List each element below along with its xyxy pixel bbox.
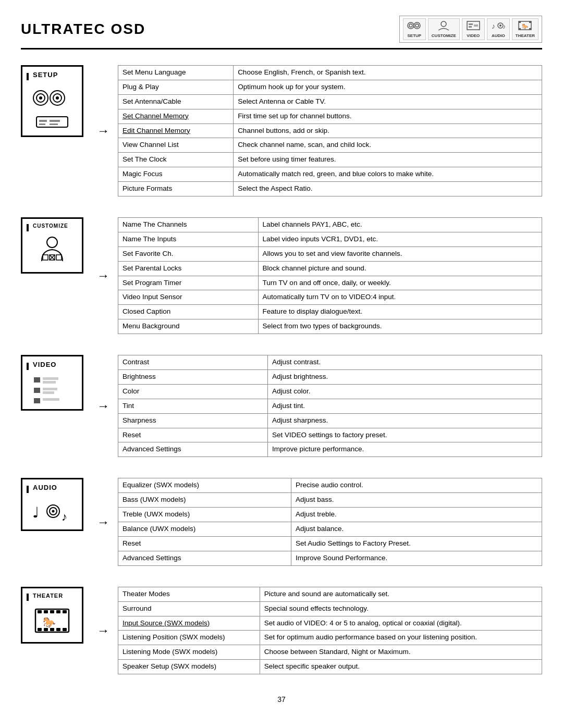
table-row: Set The ClockSet before using timer feat… (118, 153, 542, 167)
audio-label-bar (27, 486, 29, 493)
audio-section: AUDIO ♩ ♪ → Equalizer (SWX models)Precis… (21, 478, 542, 565)
setup-icon (407, 20, 422, 32)
table-row: Set Favorite Ch.Allows you to set and vi… (118, 246, 542, 261)
menu-item-desc: Block channel picture and sound. (258, 261, 542, 276)
audio-icon-box: AUDIO ♩ ♪ (21, 478, 83, 531)
table-row: Picture FormatsSelect the Aspect Ratio. (118, 182, 542, 196)
menu-item-name: Advanced Settings (118, 442, 268, 457)
nav-customize[interactable]: CUSTOMIZE (428, 18, 460, 40)
menu-item-name: Bass (UWX models) (118, 493, 291, 508)
menu-item-desc: Adjust color. (267, 384, 542, 399)
table-row: Video Input SensorAutomatically turn TV … (118, 290, 542, 305)
menu-item-desc: Picture and sound are automatically set. (260, 587, 542, 601)
svg-point-0 (408, 22, 414, 29)
table-row: Set Program TimerTurn TV on and off once… (118, 276, 542, 290)
customize-person (31, 235, 73, 268)
nav-customize-label: CUSTOMIZE (432, 33, 456, 38)
svg-point-1 (409, 24, 412, 27)
menu-item-name: Theater Modes (118, 587, 260, 601)
theater-section: THEATER (21, 587, 542, 674)
svg-rect-43 (43, 398, 59, 401)
page-number: 37 (21, 695, 542, 704)
svg-rect-14 (519, 21, 521, 23)
theater-arrow: → (97, 623, 109, 638)
setup-table: Set Menu LanguageChoose English, French,… (118, 65, 542, 196)
table-row: Set Antenna/CableSelect Antenna or Cable… (118, 94, 542, 109)
menu-item-name: Name The Channels (118, 218, 259, 232)
menu-item-name: Set The Clock (118, 153, 234, 167)
menu-item-name: Brightness (118, 370, 268, 385)
menu-item-desc: Label channels PAY1, ABC, etc. (258, 218, 542, 232)
svg-text:♪: ♪ (492, 22, 495, 30)
nav-video[interactable]: VIDEO (462, 18, 485, 40)
menu-item-desc: Automatically match red, green, and blue… (234, 167, 542, 182)
menu-item-name: Reset (118, 428, 268, 442)
theater-film: 🐎 (31, 605, 73, 638)
table-row: Speaker Setup (SWX models)Select specifi… (118, 660, 542, 674)
table-row: ResetSet Audio Settings to Factory Prese… (118, 536, 542, 551)
page-title: ULTRATEC OSD (21, 21, 145, 38)
menu-item-desc: Automatically turn TV on to VIDEO:4 inpu… (258, 290, 542, 305)
table-row: Set Menu LanguageChoose English, French,… (118, 66, 542, 80)
table-row: ContrastAdjust contrast. (118, 355, 542, 370)
menu-item-desc: Adjust treble. (291, 508, 542, 522)
customize-section: CUSTOMIZE → (21, 217, 542, 334)
svg-rect-7 (469, 26, 472, 28)
nav-audio-label: AUDIO (492, 33, 505, 38)
setup-circles (31, 85, 73, 111)
menu-item-name: Set Antenna/Cable (118, 94, 234, 109)
customize-label: CUSTOMIZE (31, 223, 68, 229)
setup-label: SETUP (31, 71, 58, 79)
svg-point-47 (52, 510, 55, 513)
svg-rect-55 (38, 628, 42, 631)
nav-theater[interactable]: 🐎 THEATER (512, 18, 538, 40)
menu-item-name: Treble (UWX models) (118, 508, 291, 522)
theater-label-bar (27, 594, 29, 601)
svg-point-24 (56, 96, 59, 100)
nav-audio[interactable]: ♪ ♪ AUDIO (487, 18, 510, 40)
svg-rect-42 (34, 398, 40, 403)
menu-item-name: Contrast (118, 355, 268, 370)
nav-theater-label: THEATER (516, 33, 535, 38)
svg-rect-58 (56, 628, 60, 631)
menu-item-name: Surround (118, 601, 260, 616)
menu-item-name: Name The Inputs (118, 232, 259, 246)
svg-rect-8 (474, 24, 478, 27)
audio-label: AUDIO (31, 484, 57, 491)
menu-item-desc: Adjust tint. (267, 399, 542, 413)
svg-rect-40 (43, 388, 57, 390)
svg-rect-51 (44, 610, 48, 613)
table-row: Listening Mode (SWX models)Choose betwee… (118, 645, 542, 660)
customize-icon-box: CUSTOMIZE (21, 217, 83, 274)
svg-rect-57 (50, 628, 54, 631)
menu-item-desc: Select Antenna or Cable TV. (234, 94, 542, 109)
video-icon-box: VIDEO (21, 355, 83, 411)
video-label: VIDEO (31, 361, 56, 368)
table-row: Treble (UWX models)Adjust treble. (118, 508, 542, 522)
menu-item-name: Input Source (SWX models) (118, 616, 260, 631)
video-icon (466, 20, 481, 32)
table-row: Menu BackgroundSelect from two types of … (118, 319, 542, 334)
table-row: Advanced SettingsImprove Sound Performan… (118, 551, 542, 565)
menu-item-desc: Improve picture performance. (267, 442, 542, 457)
table-row: Name The InputsLabel video inputs VCR1, … (118, 232, 542, 246)
svg-text:♪: ♪ (503, 23, 506, 30)
menu-item-desc: Set for optimum audio performance based … (260, 631, 542, 645)
menu-item-desc: Adjust balance. (291, 522, 542, 537)
audio-arrow: → (97, 515, 109, 529)
table-row: ResetSet VIDEO settings to factory prese… (118, 428, 542, 442)
menu-item-desc: Adjust sharpness. (267, 413, 542, 428)
nav-setup[interactable]: SETUP (403, 18, 426, 40)
menu-item-name: Speaker Setup (SWX models) (118, 660, 260, 674)
svg-text:♪: ♪ (62, 510, 67, 523)
table-row: SharpnessAdjust sharpness. (118, 413, 542, 428)
menu-item-desc: Allows you to set and view favorite chan… (258, 246, 542, 261)
menu-item-name: Plug & Play (118, 80, 234, 94)
menu-item-desc: First time set up for channel buttons. (234, 109, 542, 124)
svg-rect-28 (50, 120, 60, 122)
svg-point-3 (415, 24, 419, 27)
svg-point-4 (441, 21, 446, 27)
menu-item-desc: Choose between Standard, Night or Maximu… (260, 645, 542, 660)
theater-table: Theater ModesPicture and sound are autom… (118, 587, 542, 674)
svg-rect-31 (43, 255, 48, 260)
